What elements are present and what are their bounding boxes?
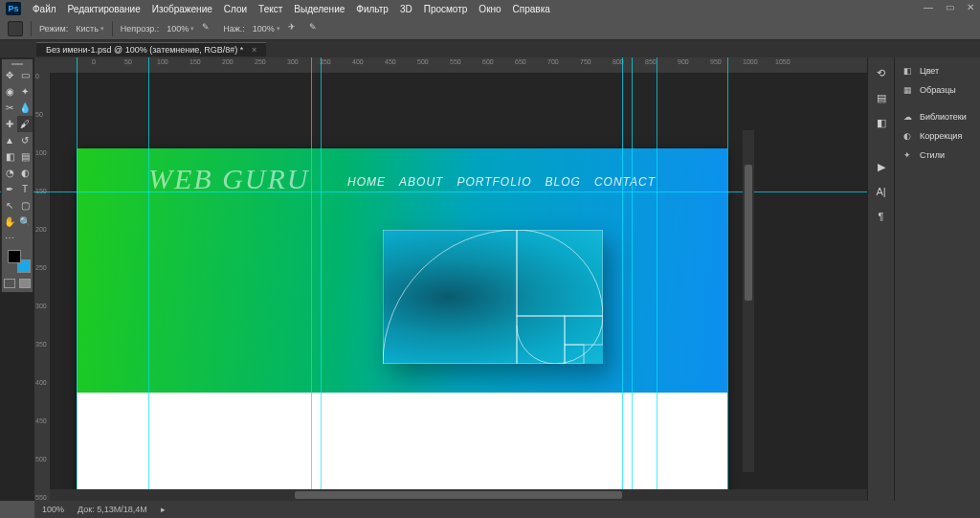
vertical-scrollbar[interactable] <box>743 130 754 472</box>
pressure-size-icon[interactable]: ✎ <box>309 22 323 35</box>
quick-select-tool[interactable]: ✦ <box>17 83 33 100</box>
guide-line[interactable] <box>321 57 322 501</box>
history-panel-icon[interactable]: ⟲ <box>874 65 889 80</box>
collapsed-panel-rail: ⟲ ▤ ◧ ▶ A| ¶ <box>867 57 894 501</box>
color-icon: ◧ <box>901 64 914 78</box>
actions-panel-icon[interactable]: ▶ <box>874 159 889 174</box>
guide-line[interactable] <box>311 57 312 501</box>
paragraph-panel-icon[interactable]: ¶ <box>874 209 889 224</box>
menu-help[interactable]: Справка <box>513 4 550 14</box>
panel-swatches[interactable]: ▦Образцы <box>895 80 980 100</box>
hand-tool[interactable]: ✋ <box>2 214 17 230</box>
menu-view[interactable]: Просмотр <box>424 4 468 14</box>
document-tab[interactable]: Без имени-1.psd @ 100% (затемнение, RGB/… <box>36 42 266 56</box>
move-tool[interactable]: ✥ <box>2 67 17 83</box>
edit-toolbar[interactable]: ⋯ <box>2 230 17 246</box>
svg-rect-1 <box>517 230 603 316</box>
options-opacity-label: Непрозр.: <box>121 24 159 34</box>
guide-line[interactable] <box>148 57 149 501</box>
design-nav-item: BLOG <box>546 175 581 189</box>
options-flow-value[interactable]: 100%▾ <box>253 24 280 34</box>
airbrush-icon[interactable]: ✈ <box>288 22 301 35</box>
design-nav-item: CONTACT <box>594 175 656 189</box>
marquee-tool[interactable]: ▭ <box>17 67 33 83</box>
status-chevron-icon[interactable]: ▸ <box>161 505 166 514</box>
horizontal-scrollbar[interactable] <box>50 489 867 501</box>
canvas-viewport[interactable]: 0501001502002503003504004505005506006507… <box>0 57 867 501</box>
menu-select[interactable]: Выделение <box>294 4 345 14</box>
design-brand-text: WEB GURU <box>148 163 309 195</box>
dodge-tool[interactable]: ◐ <box>17 165 33 181</box>
guide-line[interactable] <box>77 57 78 501</box>
vertical-ruler[interactable]: 050100150200250300350400450500550 <box>34 73 50 501</box>
menu-edit[interactable]: Редактирование <box>68 4 141 14</box>
design-nav-item: PORTFOLIO <box>457 175 531 189</box>
guide-line[interactable] <box>727 57 728 501</box>
libraries-icon: ☁ <box>901 110 914 124</box>
design-nav-item: ABOUT <box>399 175 443 189</box>
maximize-icon[interactable]: ▭ <box>944 2 955 12</box>
brush-tool[interactable]: 🖌 <box>17 116 33 132</box>
healing-tool[interactable]: ✚ <box>2 116 17 132</box>
app-logo: Ps <box>6 2 21 15</box>
color-swatches[interactable] <box>8 250 31 273</box>
horizontal-ruler[interactable]: 0501001502002503003504004505005506006507… <box>34 57 867 73</box>
design-hero: WEB GURU HOME ABOUT PORTFOLIO BLOG CONTA… <box>77 148 727 393</box>
eraser-tool[interactable]: ◧ <box>2 148 17 165</box>
panel-color[interactable]: ◧Цвет <box>895 61 980 80</box>
svg-rect-0 <box>383 230 517 364</box>
options-opacity-value[interactable]: 100%▾ <box>167 24 194 34</box>
menu-layers[interactable]: Слои <box>224 4 247 14</box>
design-spiral-card <box>383 230 603 364</box>
status-zoom[interactable]: 100% <box>42 505 64 514</box>
path-select-tool[interactable]: ↖ <box>2 197 17 214</box>
document-tab-bar: Без имени-1.psd @ 100% (затемнение, RGB/… <box>0 40 980 57</box>
menu-text[interactable]: Текст <box>258 4 282 14</box>
panel-libraries[interactable]: ☁Библиотеки <box>895 107 980 126</box>
panel-adjustments[interactable]: ◐Коррекция <box>895 126 980 146</box>
type-tool[interactable]: T <box>17 181 33 197</box>
menu-filter[interactable]: Фильтр <box>356 4 389 14</box>
active-tool-icon[interactable] <box>8 21 23 36</box>
menu-bar: Ps Файл Редактирование Изображение Слои … <box>0 0 980 17</box>
panel-styles[interactable]: ✦Стили <box>895 146 980 165</box>
golden-spiral-icon <box>383 230 603 364</box>
guide-line[interactable] <box>657 57 657 501</box>
styles-icon: ✦ <box>901 148 914 162</box>
foreground-swatch[interactable] <box>8 250 21 263</box>
options-mode-label: Режим: <box>39 24 68 34</box>
options-bar: Режим: Кисть▾ Непрозр.: 100%▾ ✎ Наж.: 10… <box>0 17 980 40</box>
gradient-tool[interactable]: ▤ <box>17 148 33 165</box>
menu-image[interactable]: Изображение <box>152 4 212 14</box>
guide-line[interactable] <box>632 57 633 501</box>
workspace: 0501001502002503003504004505005506006507… <box>0 57 980 501</box>
history-brush-tool[interactable]: ↺ <box>17 132 33 148</box>
quick-mask-toggle[interactable] <box>2 277 33 290</box>
menu-file[interactable]: Файл <box>33 4 56 14</box>
lasso-tool[interactable]: ◉ <box>2 83 17 100</box>
canvas-artboard[interactable]: WEB GURU HOME ABOUT PORTFOLIO BLOG CONTA… <box>77 148 727 501</box>
svg-rect-2 <box>517 316 565 364</box>
guide-line[interactable] <box>0 191 867 192</box>
guide-line[interactable] <box>622 57 623 501</box>
menu-window[interactable]: Окно <box>479 4 501 14</box>
eyedropper-tool[interactable]: 💧 <box>17 100 33 116</box>
properties-panel-icon[interactable]: ▤ <box>874 90 889 105</box>
zoom-tool[interactable]: 🔍 <box>17 214 33 230</box>
document-tab-title: Без имени-1.psd @ 100% (затемнение, RGB/… <box>46 45 243 55</box>
character-panel-icon[interactable]: A| <box>874 184 889 199</box>
shape-tool[interactable]: ▢ <box>17 197 33 214</box>
menu-3d[interactable]: 3D <box>400 4 412 14</box>
pressure-opacity-icon[interactable]: ✎ <box>202 22 215 35</box>
options-mode-dropdown[interactable]: Кисть▾ <box>76 24 104 34</box>
tab-close-icon[interactable]: × <box>252 45 256 55</box>
svg-rect-4 <box>565 345 584 364</box>
blur-tool[interactable]: ◔ <box>2 165 17 181</box>
close-icon[interactable]: ✕ <box>965 2 976 12</box>
crop-tool[interactable]: ✂ <box>2 100 17 116</box>
status-doc-size[interactable]: Док: 5,13M/18,4M <box>78 505 147 514</box>
layers-panel-icon[interactable]: ◧ <box>874 115 889 130</box>
stamp-tool[interactable]: ▲ <box>2 132 17 148</box>
pen-tool[interactable]: ✒ <box>2 181 17 197</box>
minimize-icon[interactable]: — <box>923 2 934 12</box>
